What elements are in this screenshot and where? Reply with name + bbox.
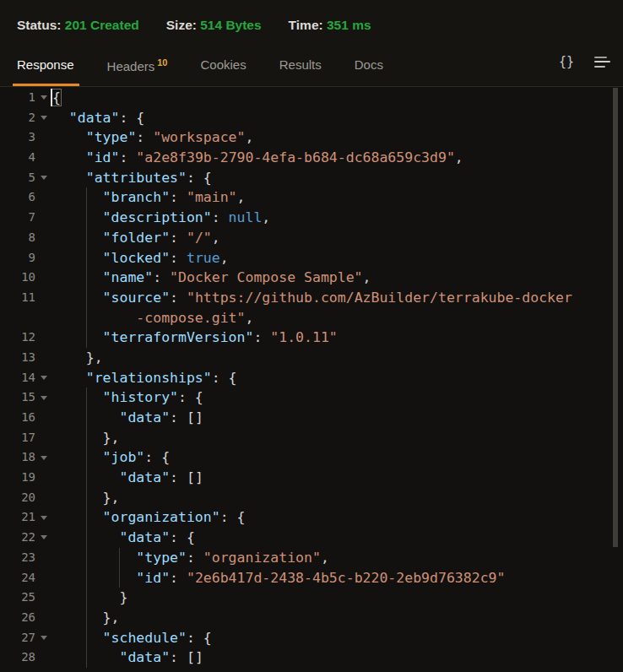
- gutter: [0, 308, 52, 328]
- code-content: "schedule": {: [52, 628, 623, 648]
- line-number: 6: [0, 187, 35, 208]
- fold-collapse-icon[interactable]: [41, 396, 47, 400]
- fold-cell[interactable]: [35, 528, 52, 548]
- code-line: 1{: [0, 88, 623, 108]
- code-content: -compose.git",: [52, 308, 623, 328]
- code-line: 27"schedule": {: [0, 628, 623, 648]
- code-line: 8"folder": "/",: [0, 228, 623, 248]
- code-line: 12"terraformVersion": "1.0.11": [0, 328, 623, 348]
- token-key: "description": [103, 209, 212, 225]
- token-key: "source": [103, 290, 170, 306]
- fold-cell: [35, 148, 52, 168]
- code-text: "folder": "/",: [52, 228, 220, 248]
- code-text: {: [52, 88, 61, 108]
- fold-cell[interactable]: [35, 628, 52, 648]
- fold-collapse-icon[interactable]: [41, 376, 47, 380]
- code-text: "data": []: [52, 648, 203, 668]
- line-number: 11: [0, 288, 35, 308]
- token-punctuation: :: [136, 129, 153, 145]
- fold-cell: [35, 608, 52, 628]
- token-punctuation: ,: [455, 149, 463, 165]
- line-number: 2: [0, 108, 35, 128]
- fold-cell[interactable]: [35, 168, 52, 188]
- code-content: }: [52, 588, 623, 608]
- token-key: "schedule": [103, 630, 187, 646]
- token-punctuation: :: [212, 209, 229, 225]
- menu-lines-icon[interactable]: [594, 57, 610, 68]
- token-punctuation: :: [170, 189, 187, 205]
- code-content: "job": {: [52, 447, 623, 468]
- gutter: 25: [0, 588, 52, 608]
- code-line: 16"data": []: [0, 408, 623, 428]
- text-cursor: [51, 89, 52, 106]
- tab-label: Docs: [355, 57, 383, 72]
- code-line: 18"job": {: [0, 447, 623, 468]
- fold-cell: [35, 408, 52, 428]
- fold-collapse-icon[interactable]: [41, 176, 47, 180]
- line-number: 4: [0, 148, 35, 168]
- fold-cell[interactable]: [35, 108, 52, 128]
- token-punctuation: : []: [170, 649, 203, 665]
- fold-collapse-icon[interactable]: [41, 95, 47, 100]
- tab-results[interactable]: Results: [275, 46, 327, 86]
- fold-cell: [35, 127, 52, 148]
- token-string: "2e6b417d-2438-4b5c-b220-2eb9d76382c9": [187, 570, 506, 586]
- status-bar: Status: 201 CreatedSize: 514 BytesTime: …: [0, 0, 623, 33]
- tab-headers[interactable]: Headers10: [103, 46, 173, 86]
- line-number: 20: [0, 488, 35, 508]
- fold-collapse-icon[interactable]: [41, 456, 47, 460]
- json-response-editor[interactable]: 1{2"data": {3"type": "workspace",4"id": …: [0, 88, 623, 672]
- fold-cell: [35, 187, 52, 208]
- gutter: 9: [0, 248, 52, 268]
- token-punctuation: }: [119, 589, 127, 605]
- token-key: "data": [119, 469, 170, 485]
- fold-cell[interactable]: [35, 88, 52, 108]
- token-key: "locked": [103, 250, 170, 266]
- code-text: "source": "https://github.com/AzBuilder/…: [52, 288, 572, 308]
- line-number: 7: [0, 208, 35, 228]
- fold-collapse-icon[interactable]: [41, 636, 47, 640]
- code-text: "data": []: [52, 408, 203, 428]
- code-line: 26},: [0, 608, 623, 628]
- fold-cell[interactable]: [35, 507, 52, 528]
- code-braces-icon[interactable]: {}: [559, 54, 574, 69]
- code-text: "attributes": {: [52, 168, 212, 188]
- token-string: "main": [187, 189, 237, 205]
- gutter: 14: [0, 368, 52, 388]
- token-punctuation: : {: [119, 110, 144, 126]
- code-text: "description": null,: [52, 208, 270, 228]
- fold-cell[interactable]: [35, 387, 52, 408]
- token-punctuation: :: [170, 230, 187, 246]
- line-number: 28: [0, 648, 35, 668]
- token-key: "history": [103, 389, 178, 405]
- code-content: "branch": "main",: [52, 187, 623, 208]
- fold-cell: [35, 488, 52, 508]
- fold-cell[interactable]: [35, 368, 52, 388]
- code-line: 7"description": null,: [0, 208, 623, 228]
- tab-docs[interactable]: Docs: [350, 46, 388, 86]
- code-line: 19"data": []: [0, 468, 623, 488]
- code-content: "organization": {: [52, 507, 623, 528]
- fold-cell: [35, 268, 52, 288]
- token-string: "Docker Compose Sample": [170, 269, 362, 285]
- tab-cookies[interactable]: Cookies: [197, 46, 252, 86]
- gutter: 6: [0, 187, 52, 208]
- fold-cell[interactable]: [35, 447, 52, 468]
- vertical-scrollbar-thumb[interactable]: [613, 88, 618, 547]
- fold-collapse-icon[interactable]: [41, 116, 47, 120]
- code-content: "folder": "/",: [52, 228, 623, 248]
- token-key: "job": [103, 449, 145, 465]
- status-value: 201 Created: [65, 18, 139, 32]
- fold-collapse-icon[interactable]: [41, 516, 47, 520]
- fold-collapse-icon[interactable]: [41, 535, 47, 539]
- code-text: "history": {: [52, 387, 203, 408]
- code-line: 3"type": "workspace",: [0, 127, 623, 148]
- line-number: 25: [0, 588, 35, 608]
- tab-actions: {}: [559, 46, 610, 86]
- token-punctuation: : {: [144, 449, 170, 465]
- code-content: "data": {: [52, 108, 623, 128]
- response-header: Status: 201 CreatedSize: 514 BytesTime: …: [0, 0, 623, 87]
- fold-cell: [35, 288, 52, 308]
- response-tab-bar: ResponseHeaders10CookiesResultsDocs {}: [13, 46, 610, 86]
- tab-response[interactable]: Response: [13, 46, 79, 86]
